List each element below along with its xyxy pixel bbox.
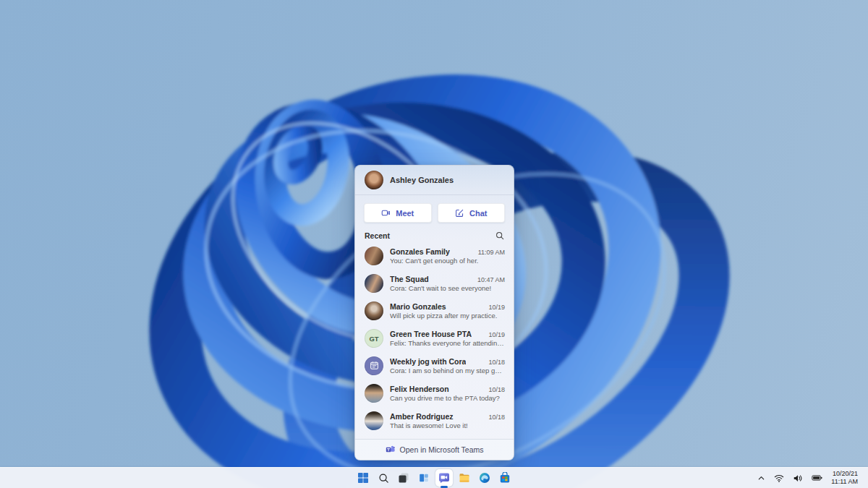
chevron-up-icon	[757, 474, 765, 482]
meet-button[interactable]: Meet	[364, 203, 432, 223]
store-icon	[499, 472, 511, 484]
conversation-name: Amber Rodriguez	[390, 412, 454, 421]
chat-flyout: Ashley Gonzales Meet Chat Recent	[354, 165, 514, 461]
person-photo-avatar	[365, 411, 383, 430]
conversation-item[interactable]: Amber Rodriguez 10/18 That is awesome! L…	[355, 407, 514, 435]
conversation-time: 10/19	[488, 304, 505, 311]
open-in-teams-button[interactable]: Open in Microsoft Teams	[355, 439, 514, 460]
recent-row: Recent	[355, 228, 514, 242]
edge-icon	[479, 472, 490, 484]
widgets-icon	[418, 472, 430, 484]
file-explorer-button[interactable]	[454, 468, 475, 488]
compose-icon	[455, 208, 464, 218]
calendar-icon	[370, 361, 379, 372]
teams-icon	[386, 445, 395, 455]
video-camera-icon	[381, 208, 391, 218]
conversation-time: 11:09 AM	[478, 249, 505, 256]
avatar-initials: GT	[369, 335, 378, 343]
edge-button[interactable]	[475, 468, 495, 488]
active-app-indicator	[441, 486, 448, 488]
calendar-avatar	[365, 356, 383, 375]
conversation-item[interactable]: Gonzales Family 11:09 AM You: Can't get …	[355, 242, 514, 270]
folder-icon	[459, 472, 470, 484]
system-tray: 10/20/21 11:11 AM	[753, 468, 868, 488]
conversation-time: 10/18	[488, 359, 505, 366]
conversation-time: 10/19	[488, 331, 505, 338]
conversation-preview: Cora: Can't wait to see everyone!	[390, 284, 505, 292]
conversation-preview: Cora: I am so behind on my step goals.	[390, 367, 505, 374]
conversation-preview: Will pick up pizza after my practice.	[390, 312, 505, 320]
user-name: Ashley Gonzales	[390, 176, 454, 184]
wifi-icon	[774, 474, 784, 483]
desktop: { "chat_flyout": { "header": { "user_nam…	[0, 0, 868, 488]
conversation-name: Felix Henderson	[390, 385, 449, 393]
chat-button-label: Chat	[469, 209, 487, 218]
volume-button[interactable]	[788, 468, 807, 488]
task-view-icon	[398, 472, 409, 484]
tray-date: 10/20/21	[831, 470, 858, 478]
conversation-item[interactable]: The Squad 10:47 AM Cora: Can't wait to s…	[355, 270, 514, 297]
meet-button-label: Meet	[396, 209, 414, 218]
conversation-item[interactable]: Felix Henderson 10/18 Can you drive me t…	[355, 380, 514, 407]
group-photo-avatar	[365, 247, 383, 265]
conversation-name: Gonzales Family	[390, 247, 450, 256]
conversation-item[interactable]: Weekly jog with Cora 10/18 Cora: I am so…	[355, 352, 514, 380]
chat-flyout-header: Ashley Gonzales	[355, 166, 514, 195]
conversation-name: Mario Gonzales	[390, 302, 446, 311]
chat-button[interactable]: Chat	[438, 203, 506, 223]
conversation-time: 10/18	[488, 414, 505, 421]
search-button[interactable]	[373, 468, 393, 488]
widgets-button[interactable]	[414, 468, 434, 488]
conversation-name: The Squad	[390, 275, 429, 283]
battery-button[interactable]	[807, 468, 827, 488]
user-avatar[interactable]	[365, 171, 383, 189]
taskbar: 10/20/21 11:11 AM	[0, 467, 868, 488]
conversation-item[interactable]: Mario Gonzales 10/19 Will pick up pizza …	[355, 297, 514, 325]
person-photo-avatar	[365, 301, 383, 320]
person-photo-avatar	[365, 384, 383, 403]
tray-time: 11:11 AM	[831, 478, 858, 486]
open-in-teams-label: Open in Microsoft Teams	[400, 445, 484, 454]
chat-taskbar-button[interactable]	[434, 468, 454, 488]
speaker-icon	[793, 474, 803, 483]
show-hidden-icons-button[interactable]	[753, 468, 770, 488]
conversation-name: Green Tree House PTA	[390, 330, 472, 338]
task-view-button[interactable]	[393, 468, 414, 488]
wifi-button[interactable]	[770, 468, 788, 488]
conversation-name: Weekly jog with Cora	[390, 357, 466, 366]
battery-icon	[812, 474, 822, 482]
recent-label: Recent	[365, 231, 390, 240]
clock[interactable]: 10/20/21 11:11 AM	[827, 470, 861, 486]
conversation-item[interactable]: GT Green Tree House PTA 10/19 Felix: Tha…	[355, 325, 514, 352]
windows-logo-icon	[357, 472, 369, 484]
conversation-list: Gonzales Family 11:09 AM You: Can't get …	[355, 242, 514, 435]
search-icon[interactable]	[495, 231, 504, 240]
initials-avatar: GT	[365, 329, 383, 348]
search-icon	[378, 473, 389, 484]
conversation-time: 10:47 AM	[477, 276, 505, 283]
conversation-preview: You: Can't get enough of her.	[390, 257, 505, 265]
start-button[interactable]	[353, 468, 373, 488]
conversation-preview: Can you drive me to the PTA today?	[390, 394, 505, 402]
chat-icon	[438, 472, 450, 484]
conversation-time: 10/18	[488, 386, 505, 393]
conversation-preview: That is awesome! Love it!	[390, 421, 505, 429]
conversation-preview: Felix: Thanks everyone for attending tod…	[390, 339, 505, 347]
group-photo-avatar	[365, 274, 383, 293]
store-button[interactable]	[495, 468, 515, 488]
taskbar-center-icons	[353, 468, 515, 488]
action-buttons-row: Meet Chat	[355, 195, 514, 228]
